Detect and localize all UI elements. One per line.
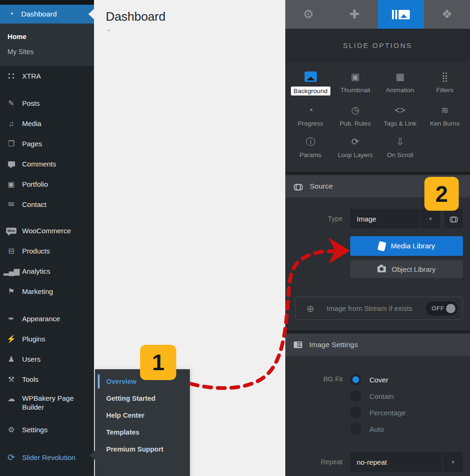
sidebar-item-media[interactable]: ♫ Media: [0, 113, 94, 134]
bg-fit-option-contain[interactable]: Contain: [350, 390, 463, 402]
subtab-tags-link[interactable]: <> Tags & Link: [378, 104, 423, 127]
submenu-item-home[interactable]: Home: [0, 29, 94, 44]
portfolio-icon: ▣: [6, 180, 17, 189]
globe-icon: ⊕: [306, 303, 314, 314]
megaphone-icon: ⚑: [6, 287, 17, 296]
flyout-item-getting-started[interactable]: Getting Started: [95, 390, 190, 407]
chevron-down-icon[interactable]: ▼: [420, 209, 440, 229]
section-divider: [285, 172, 470, 175]
bg-fit-option-cover[interactable]: Cover: [350, 374, 463, 385]
sidebar-item-analytics[interactable]: ▂▄▆ Analytics: [0, 261, 94, 281]
dpad-icon: ✚: [349, 7, 360, 22]
sidebar-item-slider-revolution[interactable]: ⟳ Slider Revolution: [0, 447, 94, 468]
dashboard-submenu: Home My Sites: [0, 24, 94, 66]
subtab-on-scroll[interactable]: ⇩ On Scroll: [378, 135, 423, 159]
toggle-knob: [446, 304, 455, 313]
tab-layers[interactable]: ❖: [424, 0, 470, 29]
stream-option-row: ⊕ Image from Stream if exists OFF: [295, 297, 463, 320]
sidebar-item-xtra[interactable]: ∷ XTRA: [0, 66, 94, 86]
subtab-loop-layers[interactable]: ⟳ Loop Layers: [333, 135, 377, 159]
gear-icon: ⚙: [303, 7, 313, 22]
slides-icon: [392, 10, 410, 19]
slider-revolution-flyout: Overview Getting Started Help Center Tem…: [95, 369, 190, 476]
media-library-button[interactable]: Media Library: [350, 236, 463, 256]
subtab-grid: Background ▣ Thumbnail ▦ Animation ⣿ Fil…: [285, 62, 470, 172]
flyout-item-templates[interactable]: Templates: [95, 424, 190, 441]
submenu-item-my-sites[interactable]: My Sites: [0, 44, 94, 59]
sidebar-item-dashboard[interactable]: ◔ Dashboard: [0, 5, 94, 24]
tab-slider-settings[interactable]: ⚙: [285, 0, 331, 29]
sliders-icon: ⚙: [6, 425, 17, 434]
media-icon: ♫: [6, 119, 17, 128]
sidebar-item-contact[interactable]: ✉ Contact: [0, 194, 94, 214]
subtab-thumbnail[interactable]: ▣ Thumbnail: [333, 71, 377, 95]
type-select[interactable]: Image ▼: [350, 209, 440, 229]
subtab-ken-burns[interactable]: ≋ Ken Burns: [423, 104, 467, 127]
stream-toggle[interactable]: OFF: [426, 301, 458, 316]
envelope-icon: ✉: [6, 200, 17, 209]
scroll-down-icon: ⇩: [396, 135, 404, 148]
sidebar-item-comments[interactable]: Comments: [0, 154, 94, 174]
brush-icon: ✒: [6, 314, 17, 323]
sidebar-item-woocommerce[interactable]: Woo WooCommerce: [0, 221, 94, 241]
bg-fit-option-percentage[interactable]: Percentage: [350, 407, 463, 418]
page-title: Dashboard: [94, 0, 285, 24]
user-icon: ♟: [6, 355, 17, 364]
sidebar-item-wpbakery[interactable]: ☁ WPBakery Page Builder: [0, 389, 94, 420]
subtab-animation[interactable]: ▦ Animation: [378, 71, 423, 95]
sidebar-item-products[interactable]: ⊟ Products: [0, 241, 94, 261]
layers-icon: ❖: [441, 7, 452, 22]
sidebar-item-marketing[interactable]: ⚑ Marketing: [0, 281, 94, 301]
bg-fit-option-auto[interactable]: Auto: [350, 423, 463, 435]
plugin-icon: ⚡: [6, 334, 17, 343]
loop-icon: ⟳: [351, 135, 359, 148]
section-divider: [285, 330, 470, 333]
pushpin-icon: ✎: [6, 99, 17, 108]
sidebar-item-posts[interactable]: ✎ Posts: [0, 93, 94, 113]
active-indicator-bar: [98, 374, 100, 389]
object-library-button[interactable]: Object Library: [350, 260, 463, 278]
active-item-notch: [88, 9, 94, 19]
image-settings-section-header[interactable]: Image Settings: [285, 333, 470, 356]
speech-bubble-icon: [6, 161, 17, 167]
sidebar-item-pages[interactable]: ❐ Pages: [0, 134, 94, 154]
repeat-select[interactable]: no-repeat ▼: [350, 452, 463, 472]
stream-label: Image from Stream if exists: [327, 304, 413, 312]
repeat-label: Repeat: [285, 458, 350, 466]
subtab-filters[interactable]: ⣿ Filters: [423, 71, 467, 95]
panel-header: SLIDE OPTIONS: [285, 29, 470, 62]
chevron-down-icon[interactable]: ▼: [442, 452, 463, 472]
tab-slide-navigation[interactable]: ✚: [331, 0, 377, 29]
repeat-row: Repeat no-repeat ▼: [285, 452, 463, 472]
type-link-button[interactable]: [444, 209, 463, 229]
halftone-icon: ⣿: [441, 71, 448, 83]
admin-topbar: [0, 0, 94, 5]
subtab-background[interactable]: Background: [288, 71, 333, 95]
subtab-pub-rules[interactable]: ◷ Pub. Rules: [333, 104, 377, 127]
sidebar-item-portfolio[interactable]: ▣ Portfolio: [0, 174, 94, 194]
flyout-item-help-center[interactable]: Help Center: [95, 407, 190, 424]
woocommerce-icon: Woo: [6, 228, 17, 234]
film-icon: ▦: [396, 71, 405, 83]
type-row: Type Image ▼: [285, 209, 463, 229]
flyout-item-premium-support[interactable]: Premium Support: [95, 441, 190, 458]
sidebar-item-users[interactable]: ♟ Users: [0, 349, 94, 369]
sidebar-item-plugins[interactable]: ⚡ Plugins: [0, 329, 94, 349]
annotation-badge-1: 1: [140, 345, 176, 380]
sidebar-item-appearance[interactable]: ✒ Appearance: [0, 309, 94, 329]
panel-tabbar: ⚙ ✚ ❖: [285, 0, 470, 29]
cloud-icon: ☁: [6, 394, 17, 404]
info-icon: ⓘ: [306, 135, 315, 148]
sidebar-item-tools[interactable]: ⚒ Tools: [0, 369, 94, 389]
subtab-progress[interactable]: ◔ Progress: [288, 104, 333, 127]
toggle-state-label: OFF: [431, 305, 445, 312]
link-icon: [449, 217, 457, 221]
tab-slide-options[interactable]: [378, 0, 424, 29]
image-settings-icon: [294, 341, 302, 348]
subtab-params[interactable]: ⓘ Params: [288, 135, 333, 159]
bg-fit-group: BG Fit Cover Contain Percentage Auto: [285, 374, 463, 440]
thumbnail-icon: ▣: [351, 71, 360, 83]
sidebar-item-settings[interactable]: ⚙ Settings: [0, 420, 94, 440]
object-library-row: Object Library: [285, 256, 463, 278]
media-library-row: Media Library: [285, 229, 463, 256]
